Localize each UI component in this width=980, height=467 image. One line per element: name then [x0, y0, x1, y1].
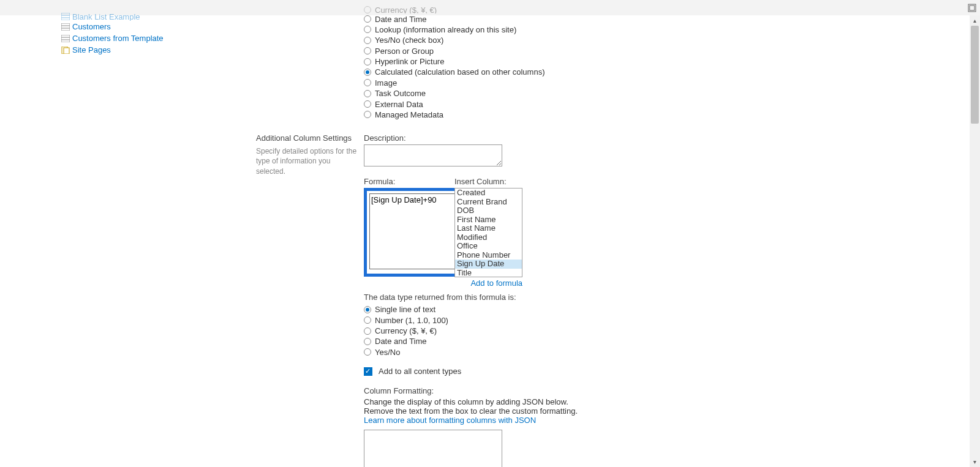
list-icon: [61, 35, 70, 42]
scroll-thumb[interactable]: [971, 26, 979, 124]
radio-label: Lookup (information already on this site…: [375, 25, 516, 34]
radio-label: Currency ($, ¥, €): [375, 6, 437, 13]
return-radio-number-1-1-0-100[interactable]: Number (1, 1.0, 100): [364, 315, 722, 326]
add-to-formula-link[interactable]: Add to formula: [364, 278, 522, 288]
return-radio-yes-no[interactable]: Yes/No: [364, 347, 722, 357]
description-label: Description:: [364, 133, 722, 143]
radio-label: Number (1, 1.0, 100): [375, 316, 448, 325]
radio-label: Task Outcome: [375, 89, 426, 98]
radio-input[interactable]: [364, 15, 371, 23]
radio-label: Hyperlink or Picture: [375, 57, 444, 66]
insert-item-dob[interactable]: DOB: [455, 206, 522, 215]
insert-item-office[interactable]: Office: [455, 242, 522, 251]
radio-input[interactable]: [364, 47, 371, 54]
insert-item-first-name[interactable]: First Name: [455, 215, 522, 225]
formula-input[interactable]: [369, 193, 458, 269]
list-icon: [61, 13, 70, 20]
radio-label: Managed Metadata: [375, 110, 443, 119]
insert-column-list[interactable]: CreatedCurrent BrandDOBFirst NameLast Na…: [454, 188, 522, 277]
radio-input[interactable]: [364, 37, 371, 44]
return-radio-single-line-of-text[interactable]: Single line of text: [364, 304, 722, 315]
radio-input[interactable]: [364, 306, 371, 313]
nav-item-site-pages[interactable]: Site Pages: [61, 44, 221, 56]
radio-label: Yes/No: [375, 348, 400, 357]
radio-yes-no-check-box[interactable]: Yes/No (check box): [364, 35, 722, 45]
radio-managed-metadata[interactable]: Managed Metadata: [364, 110, 722, 120]
radio-currency[interactable]: Currency ($, ¥, €): [364, 6, 722, 13]
nav-label: Blank List Example: [72, 12, 140, 21]
formula-label: Formula:: [364, 177, 453, 186]
svg-rect-1: [970, 6, 974, 10]
svg-rect-12: [64, 48, 69, 54]
radio-input[interactable]: [364, 111, 371, 118]
radio-input[interactable]: [364, 338, 371, 345]
radio-input[interactable]: [364, 348, 371, 356]
radio-task-outcome[interactable]: Task Outcome: [364, 88, 722, 99]
radio-input[interactable]: [364, 90, 371, 97]
insert-item-created[interactable]: Created: [455, 189, 522, 198]
svg-rect-2: [61, 13, 70, 20]
nav-label: Customers: [72, 22, 111, 31]
insert-item-modified[interactable]: Modified: [455, 233, 522, 242]
column-formatting-heading: Column Formatting:: [364, 386, 722, 395]
svg-rect-8: [61, 35, 70, 42]
section-description: Specify detailed options for the type of…: [256, 146, 359, 176]
radio-lookup-information-already-on-this-site[interactable]: Lookup (information already on this site…: [364, 24, 722, 35]
radio-label: Calculated (calculation based on other c…: [375, 67, 545, 77]
learn-more-link[interactable]: Learn more about formatting columns with…: [364, 416, 722, 425]
return-radio-currency[interactable]: Currency ($, ¥, €): [364, 326, 722, 336]
radio-date-and-time[interactable]: Date and Time: [364, 13, 722, 24]
radio-hyperlink-or-picture[interactable]: Hyperlink or Picture: [364, 56, 722, 67]
nav-label: Site Pages: [72, 45, 111, 54]
radio-input[interactable]: [364, 26, 371, 33]
radio-input[interactable]: [364, 69, 371, 76]
scroll-down-arrow-icon[interactable]: ▾: [970, 457, 980, 467]
radio-label: Yes/No (check box): [375, 35, 443, 45]
svg-rect-5: [61, 23, 70, 31]
section-header: Additional Column Settings Specify detai…: [256, 133, 364, 176]
column-formatting-text2: Remove the text from the box to clear th…: [364, 406, 722, 416]
radio-label: Person or Group: [375, 47, 434, 56]
radio-input[interactable]: [364, 100, 371, 108]
insert-column-label: Insert Column:: [454, 177, 522, 186]
insert-item-sign-up-date[interactable]: Sign Up Date: [455, 260, 522, 269]
nav-item-customers[interactable]: Customers: [61, 21, 221, 32]
insert-item-current-brand[interactable]: Current Brand: [455, 198, 522, 207]
page-icon: [61, 47, 70, 54]
column-formatting-json-input[interactable]: [364, 430, 502, 467]
return-type-prompt: The data type returned from this formula…: [364, 293, 722, 302]
nav-item-customers-from-template[interactable]: Customers from Template: [61, 32, 221, 44]
insert-item-last-name[interactable]: Last Name: [455, 224, 522, 233]
radio-input[interactable]: [364, 6, 371, 13]
column-type-group: Currency ($, ¥, €) Date and TimeLookup (…: [364, 6, 722, 120]
vertical-scrollbar[interactable]: ▴ ▾: [970, 15, 980, 467]
add-to-content-types-row[interactable]: Add to all content types: [364, 366, 722, 376]
radio-label: Single line of text: [375, 305, 435, 314]
radio-input[interactable]: [364, 58, 371, 65]
list-icon: [61, 23, 70, 31]
add-to-content-types-label: Add to all content types: [379, 367, 461, 376]
nav-item-blank-list-example[interactable]: Blank List Example: [61, 12, 221, 21]
section-title: Additional Column Settings: [256, 133, 359, 143]
return-radio-date-and-time[interactable]: Date and Time: [364, 336, 722, 346]
radio-label: External Data: [375, 100, 423, 109]
radio-input[interactable]: [364, 79, 371, 86]
nav-label: Customers from Template: [72, 34, 164, 43]
radio-external-data[interactable]: External Data: [364, 99, 722, 109]
radio-input[interactable]: [364, 316, 371, 324]
radio-image[interactable]: Image: [364, 78, 722, 88]
radio-input[interactable]: [364, 327, 371, 335]
radio-person-or-group[interactable]: Person or Group: [364, 46, 722, 56]
description-input[interactable]: [364, 144, 502, 166]
radio-label: Currency ($, ¥, €): [375, 326, 437, 335]
scroll-up-arrow-icon[interactable]: ▴: [970, 15, 980, 26]
radio-calculated-calculation-based-on-other-columns[interactable]: Calculated (calculation based on other c…: [364, 67, 722, 77]
left-navigation: Blank List Example Customers Customers f…: [61, 12, 221, 56]
return-type-group: The data type returned from this formula…: [364, 293, 722, 357]
add-to-content-types-checkbox[interactable]: [364, 367, 372, 376]
insert-item-title[interactable]: Title: [455, 269, 522, 278]
column-formatting-text1: Change the display of this column by add…: [364, 397, 722, 406]
insert-item-phone-number[interactable]: Phone Number: [455, 251, 522, 260]
fullscreen-icon[interactable]: [968, 4, 976, 12]
page-body: ▴ ▾ Blank List Example Customers Custome…: [0, 15, 980, 467]
